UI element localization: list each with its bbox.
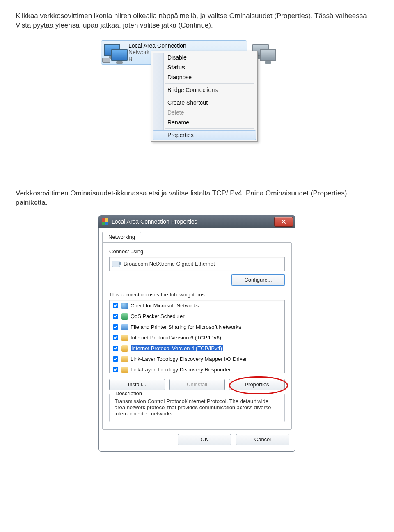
menu-delete: Delete — [153, 108, 256, 117]
nic-name: Broadcom NetXtreme Gigabit Ethernet — [124, 261, 215, 267]
client-icon — [121, 303, 128, 309]
dialog-bottom-bar: OK Cancel — [99, 430, 295, 451]
menu-separator — [165, 83, 254, 84]
configure-button[interactable]: Configure... — [231, 274, 285, 286]
item-checkbox[interactable] — [113, 335, 118, 340]
protocol-icon — [121, 345, 128, 352]
qos-icon — [121, 313, 128, 320]
list-item: File and Printer Sharing for Microsoft N… — [110, 323, 284, 331]
item-checkbox[interactable] — [113, 346, 118, 351]
menu-rename[interactable]: Rename — [153, 117, 256, 127]
close-icon — [281, 219, 286, 224]
item-checkbox[interactable] — [113, 303, 118, 308]
menu-separator — [165, 128, 254, 129]
properties-dialog: Local Area Connection Properties Network… — [98, 215, 296, 452]
menu-diagnose[interactable]: Diagnose — [153, 72, 256, 82]
item-label: QoS Packet Scheduler — [131, 313, 185, 319]
context-menu: Disable Status Diagnose Bridge Connectio… — [151, 51, 258, 142]
connect-using-label: Connect using: — [109, 248, 285, 255]
description-text: Transmission Control Protocol/Internet P… — [115, 398, 279, 417]
shield-icon — [102, 218, 108, 225]
list-item: Client for Microsoft Networks — [110, 302, 284, 310]
adapter-name: Local Area Connection — [128, 42, 186, 49]
list-item: Link-Layer Topology Discovery Responder — [110, 366, 284, 373]
uninstall-button: Uninstall — [169, 379, 225, 390]
items-label: This connection uses the following items… — [109, 291, 285, 298]
nic-box[interactable]: Broadcom NetXtreme Gigabit Ethernet — [109, 257, 285, 271]
list-item: Link-Layer Topology Discovery Mapper I/O… — [110, 355, 284, 363]
tab-networking[interactable]: Networking — [102, 232, 141, 243]
paragraph-1: Klikkaa verkkosovittimen ikonia hiiren o… — [16, 11, 378, 30]
item-checkbox[interactable] — [113, 314, 118, 319]
item-label: Link-Layer Topology Discovery Mapper I/O… — [131, 356, 247, 362]
dialog-titlebar: Local Area Connection Properties — [98, 215, 296, 228]
tab-panel: Connect using: Broadcom NetXtreme Gigabi… — [102, 242, 292, 430]
button-row: Install... Uninstall Properties — [109, 379, 285, 390]
menu-properties[interactable]: Properties — [153, 130, 256, 140]
protocol-icon — [121, 367, 128, 373]
description-label: Description — [114, 390, 144, 397]
dialog-body: Networking Connect using: Broadcom NetXt… — [98, 228, 296, 452]
list-item-selected: Internet Protocol Version 4 (TCP/IPv4) — [110, 345, 284, 352]
item-label: Link-Layer Topology Discovery Responder — [131, 367, 231, 373]
menu-separator — [165, 96, 254, 96]
list-item: QoS Packet Scheduler — [110, 313, 284, 320]
item-checkbox[interactable] — [113, 367, 118, 372]
list-item: Internet Protocol Version 6 (TCP/IPv6) — [110, 334, 284, 342]
protocol-icon — [121, 335, 128, 341]
item-label: Client for Microsoft Networks — [131, 303, 199, 309]
description-group: Description Transmission Control Protoco… — [109, 394, 285, 422]
item-label: Internet Protocol Version 6 (TCP/IPv6) — [131, 335, 221, 341]
ok-button[interactable]: OK — [178, 434, 231, 445]
nic-icon — [112, 261, 120, 267]
menu-shortcut[interactable]: Create Shortcut — [153, 98, 256, 108]
items-listbox[interactable]: Client for Microsoft Networks QoS Packet… — [109, 300, 285, 373]
context-menu-figure: Local Area Connection Network B Disable … — [98, 38, 278, 181]
network-adapter-icon — [104, 44, 125, 61]
item-label[interactable]: Internet Protocol Version 4 (TCP/IPv4) — [131, 345, 223, 351]
menu-status[interactable]: Status — [153, 62, 256, 72]
properties-button[interactable]: Properties — [229, 379, 285, 390]
menu-disable[interactable]: Disable — [153, 53, 256, 62]
close-button[interactable] — [274, 217, 293, 227]
protocol-icon — [121, 356, 128, 362]
item-checkbox[interactable] — [113, 356, 118, 362]
install-button[interactable]: Install... — [109, 379, 165, 390]
item-label: File and Printer Sharing for Microsoft N… — [131, 324, 241, 330]
dialog-title: Local Area Connection Properties — [112, 218, 197, 225]
menu-bridge[interactable]: Bridge Connections — [153, 85, 256, 95]
cancel-button[interactable]: Cancel — [236, 434, 289, 445]
paragraph-2: Verkkosovittimen Ominaisuudet-ikkunassa … — [16, 189, 378, 208]
item-checkbox[interactable] — [113, 324, 118, 330]
tab-strip: Networking — [99, 228, 295, 242]
file-share-icon — [121, 324, 128, 330]
